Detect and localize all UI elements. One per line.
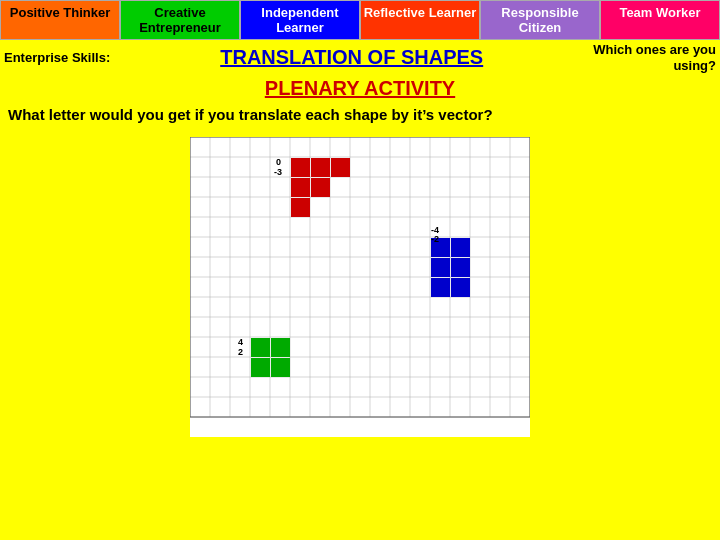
nav-item-independent[interactable]: Independent Learner [240, 0, 360, 40]
nav-label-reflective: Reflective Learner [364, 5, 477, 20]
page-title: TRANSLATION OF SHAPES [110, 46, 593, 69]
nav-label-independent: Independent Learner [261, 5, 338, 35]
which-ones-label: Which ones are youusing? [593, 42, 716, 73]
nav-label-creative: Creative Entrepreneur [139, 5, 221, 35]
title-row: Enterprise Skills: TRANSLATION OF SHAPES… [0, 40, 720, 75]
nav-item-creative[interactable]: Creative Entrepreneur [120, 0, 240, 40]
grid-wrapper [190, 137, 530, 437]
enterprise-label: Enterprise Skills: [4, 50, 110, 65]
nav-item-team[interactable]: Team Worker [600, 0, 720, 40]
nav-item-responsible[interactable]: Responsible Citizen [480, 0, 600, 40]
nav-label-responsible: Responsible Citizen [501, 5, 578, 35]
nav-label-team: Team Worker [619, 5, 700, 20]
question-text: What letter would you get if you transla… [0, 102, 720, 127]
nav-label-positive: Positive Thinker [10, 5, 110, 20]
grid-canvas [190, 137, 530, 437]
nav-bar: Positive Thinker Creative Entrepreneur I… [0, 0, 720, 40]
nav-item-reflective[interactable]: Reflective Learner [360, 0, 480, 40]
nav-item-positive[interactable]: Positive Thinker [0, 0, 120, 40]
grid-container [0, 127, 720, 447]
plenary-label: PLENARY ACTIVITY [0, 75, 720, 102]
